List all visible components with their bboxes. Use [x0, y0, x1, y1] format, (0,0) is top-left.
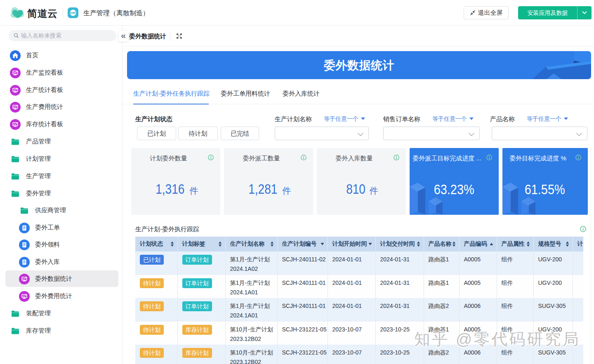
svg-text:ERP: ERP: [70, 12, 76, 14]
